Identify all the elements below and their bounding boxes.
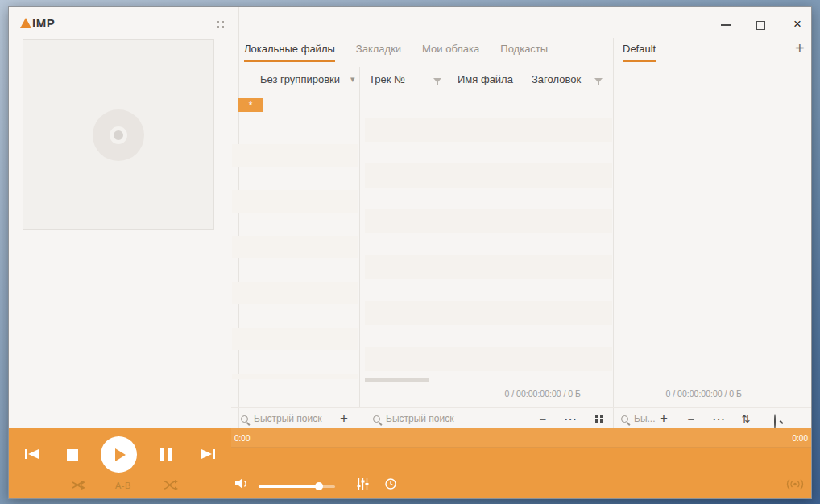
volume-slider-knob[interactable] <box>315 482 323 490</box>
column-header-track[interactable]: Трек № <box>369 73 405 85</box>
next-button[interactable] <box>201 448 215 460</box>
skeleton-row <box>365 163 612 188</box>
filter-funnel-icon[interactable] <box>433 76 442 90</box>
playlist-remove-button[interactable]: − <box>682 410 700 428</box>
stop-button[interactable] <box>67 449 78 461</box>
skeleton-row <box>232 374 358 379</box>
player-bar: 0:00 0:00 A-B <box>9 428 812 499</box>
ab-repeat-button[interactable]: A-B <box>115 481 131 490</box>
filter-funnel-icon[interactable] <box>594 76 603 90</box>
playlist-search-input[interactable]: Бы... <box>621 413 656 424</box>
aimp-logo: IMP <box>20 18 55 28</box>
search-placeholder: Бы... <box>634 413 656 424</box>
search-row-divider <box>231 407 812 408</box>
maximize-icon <box>756 21 765 30</box>
equalizer-icon <box>357 478 369 490</box>
skeleton-row <box>232 328 358 350</box>
skeleton-row <box>365 347 612 371</box>
more-options-button[interactable]: ⋯ <box>561 410 579 428</box>
shuffle-icon <box>72 480 86 490</box>
skeleton-row <box>365 301 612 325</box>
next-icon <box>201 448 215 460</box>
clock-icon <box>384 477 397 490</box>
tab-bookmarks[interactable]: Закладки <box>356 43 401 62</box>
playlist-add-button[interactable]: + <box>655 410 673 428</box>
aimp-logo-triangle-icon <box>20 18 31 28</box>
remaining-time: 0:00 <box>793 434 808 443</box>
crossfade-icon <box>164 480 178 490</box>
skeleton-row <box>365 255 612 279</box>
tab-podcasts[interactable]: Подкасты <box>500 43 548 62</box>
playlist-find-button[interactable] <box>774 415 776 429</box>
playlist-status: 0 / 00:00:00:00 / 0 Б <box>629 389 742 399</box>
radio-capture-button[interactable] <box>785 478 805 494</box>
speaker-icon <box>235 478 249 490</box>
playlist-sort-button[interactable]: ⇅ <box>737 410 755 428</box>
tab-local-files[interactable]: Локальные файлы <box>244 43 335 62</box>
aimp-logo-text: IMP <box>32 18 55 28</box>
skeleton-row <box>232 282 358 304</box>
play-button[interactable] <box>101 436 137 473</box>
remove-button[interactable]: − <box>534 410 552 428</box>
pane-divider-right <box>613 38 614 428</box>
search-icon <box>621 415 628 423</box>
search-icon <box>774 414 776 429</box>
skeleton-row <box>232 190 358 213</box>
tab-playlist-default[interactable]: Default <box>623 43 656 62</box>
cd-disc-icon <box>93 109 144 161</box>
add-files-button[interactable]: + <box>335 410 353 428</box>
view-mode-button[interactable] <box>590 410 608 428</box>
volume-slider-fill <box>259 485 319 488</box>
track-search-input[interactable]: Быстрый поиск <box>373 413 453 424</box>
equalizer-button[interactable] <box>357 478 369 493</box>
sleep-timer-button[interactable] <box>384 477 397 494</box>
previous-button[interactable] <box>25 448 39 460</box>
minimize-button[interactable] <box>715 15 736 35</box>
search-icon <box>373 415 380 423</box>
previous-icon <box>25 448 39 460</box>
drag-grip-icon[interactable] <box>217 21 219 23</box>
pane-divider-left <box>359 67 360 407</box>
track-rows <box>365 118 612 383</box>
skeleton-row <box>365 118 612 142</box>
radio-waves-icon <box>785 478 805 490</box>
close-button[interactable]: × <box>787 14 808 34</box>
chevron-down-icon[interactable]: ▾ <box>350 74 355 85</box>
group-badge[interactable]: * <box>238 98 263 112</box>
group-rows <box>232 112 358 379</box>
add-playlist-button[interactable]: + <box>795 39 805 58</box>
elapsed-time: 0:00 <box>234 434 250 443</box>
search-icon <box>241 415 248 423</box>
pause-icon <box>160 448 164 461</box>
grid-view-icon <box>595 415 598 418</box>
loading-progress-bar <box>365 378 429 382</box>
playlist-more-button[interactable]: ⋯ <box>710 410 727 428</box>
cd-hole-icon <box>110 126 127 144</box>
search-placeholder: Быстрый поиск <box>254 413 321 424</box>
skeleton-row <box>232 144 358 167</box>
seek-bar[interactable]: 0:00 0:00 <box>231 428 812 448</box>
search-placeholder: Быстрый поиск <box>386 413 453 424</box>
pause-icon <box>168 448 172 461</box>
group-search-input[interactable]: Быстрый поиск <box>241 413 321 424</box>
skeleton-row <box>365 209 612 233</box>
pause-button[interactable] <box>160 448 172 461</box>
play-icon <box>115 448 126 461</box>
skeleton-row <box>232 236 358 258</box>
tab-clouds[interactable]: Мои облака <box>422 43 479 62</box>
library-status: 0 / 00:00:00:00 / 0 Б <box>387 389 581 399</box>
shuffle-button[interactable] <box>72 479 86 494</box>
crossfade-button[interactable] <box>164 479 178 494</box>
column-header-filename[interactable]: Имя файла <box>458 73 513 85</box>
library-tabs: Локальные файлы Закладки Мои облака Подк… <box>244 43 548 62</box>
column-header-title[interactable]: Заголовок <box>532 73 581 85</box>
grouping-selector[interactable]: Без группировки <box>260 73 340 85</box>
maximize-button[interactable] <box>750 15 771 35</box>
minimize-icon <box>721 24 731 26</box>
album-art-placeholder <box>23 39 214 230</box>
aimp-window: IMP × Локальные файлы Закладки Мои облак… <box>8 6 812 499</box>
volume-mute-button[interactable] <box>235 478 249 493</box>
